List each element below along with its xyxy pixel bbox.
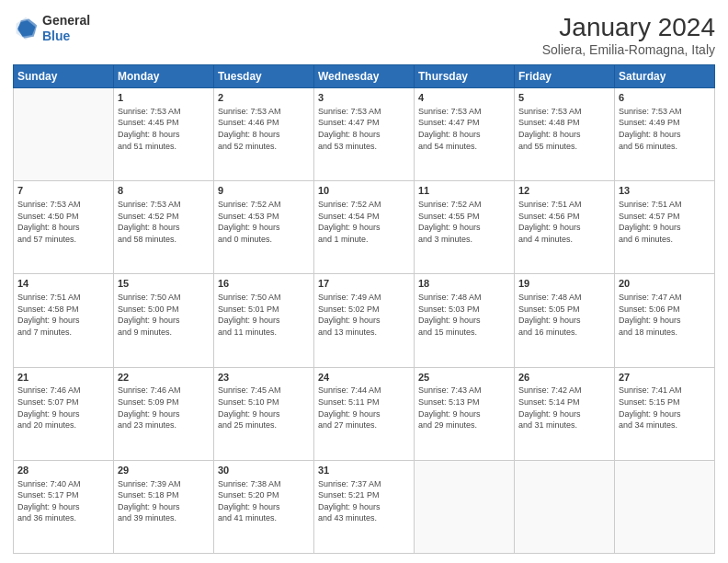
calendar-cell: 2Sunrise: 7:53 AM Sunset: 4:46 PM Daylig… [214,88,314,181]
calendar-cell: 3Sunrise: 7:53 AM Sunset: 4:47 PM Daylig… [314,88,415,181]
day-info: Sunrise: 7:41 AM Sunset: 5:15 PM Dayligh… [619,385,711,431]
calendar-cell: 22Sunrise: 7:46 AM Sunset: 5:09 PM Dayli… [114,367,214,460]
weekday-header: Tuesday [214,65,314,88]
logo-icon [13,16,39,41]
day-info: Sunrise: 7:52 AM Sunset: 4:54 PM Dayligh… [318,199,410,245]
day-info: Sunrise: 7:40 AM Sunset: 5:17 PM Dayligh… [17,478,109,524]
calendar-cell [14,88,114,181]
weekday-header: Wednesday [314,65,415,88]
day-number: 26 [518,371,610,385]
weekday-header: Friday [515,65,615,88]
logo-text: General Blue [42,13,90,44]
day-number: 31 [318,464,410,477]
day-number: 13 [619,184,711,198]
day-info: Sunrise: 7:47 AM Sunset: 5:06 PM Dayligh… [619,292,711,338]
day-number: 14 [17,277,109,291]
calendar-cell: 15Sunrise: 7:50 AM Sunset: 5:00 PM Dayli… [114,274,214,367]
day-number: 22 [118,371,210,385]
calendar-cell: 26Sunrise: 7:42 AM Sunset: 5:14 PM Dayli… [515,367,615,460]
day-info: Sunrise: 7:50 AM Sunset: 5:01 PM Dayligh… [218,292,310,338]
calendar-cell: 30Sunrise: 7:38 AM Sunset: 5:20 PM Dayli… [214,460,314,553]
day-info: Sunrise: 7:51 AM Sunset: 4:58 PM Dayligh… [17,292,109,338]
header: General Blue January 2024 Soliera, Emili… [13,13,715,57]
calendar-cell: 9Sunrise: 7:52 AM Sunset: 4:53 PM Daylig… [214,181,314,274]
day-number: 16 [218,277,310,291]
weekday-header: Sunday [14,65,114,88]
calendar-week-row: 21Sunrise: 7:46 AM Sunset: 5:07 PM Dayli… [14,367,715,460]
day-info: Sunrise: 7:52 AM Sunset: 4:55 PM Dayligh… [418,199,510,245]
logo: General Blue [13,13,90,44]
day-info: Sunrise: 7:53 AM Sunset: 4:50 PM Dayligh… [17,199,109,245]
calendar-cell: 14Sunrise: 7:51 AM Sunset: 4:58 PM Dayli… [14,274,114,367]
calendar-cell: 6Sunrise: 7:53 AM Sunset: 4:49 PM Daylig… [615,88,715,181]
logo-line1: General [42,13,90,29]
calendar-week-row: 14Sunrise: 7:51 AM Sunset: 4:58 PM Dayli… [14,274,715,367]
calendar-cell: 19Sunrise: 7:48 AM Sunset: 5:05 PM Dayli… [515,274,615,367]
day-number: 27 [619,371,711,385]
day-number: 18 [418,277,510,291]
calendar-cell: 7Sunrise: 7:53 AM Sunset: 4:50 PM Daylig… [14,181,114,274]
calendar-cell: 16Sunrise: 7:50 AM Sunset: 5:01 PM Dayli… [214,274,314,367]
calendar-title: January 2024 [542,13,715,42]
day-number: 1 [118,91,210,105]
calendar-cell: 28Sunrise: 7:40 AM Sunset: 5:17 PM Dayli… [14,460,114,553]
day-number: 7 [17,184,109,198]
day-number: 15 [118,277,210,291]
calendar-subtitle: Soliera, Emilia-Romagna, Italy [542,42,715,57]
logo-line2: Blue [42,29,90,44]
calendar-cell: 10Sunrise: 7:52 AM Sunset: 4:54 PM Dayli… [314,181,415,274]
day-info: Sunrise: 7:38 AM Sunset: 5:20 PM Dayligh… [218,478,310,524]
day-number: 10 [318,184,410,198]
calendar-cell: 21Sunrise: 7:46 AM Sunset: 5:07 PM Dayli… [14,367,114,460]
calendar-cell [615,460,715,553]
weekday-header: Monday [114,65,214,88]
day-info: Sunrise: 7:53 AM Sunset: 4:47 PM Dayligh… [318,106,410,152]
day-number: 17 [318,277,410,291]
day-info: Sunrise: 7:51 AM Sunset: 4:57 PM Dayligh… [619,199,711,245]
day-number: 20 [619,277,711,291]
calendar-week-row: 1Sunrise: 7:53 AM Sunset: 4:45 PM Daylig… [14,88,715,181]
day-info: Sunrise: 7:51 AM Sunset: 4:56 PM Dayligh… [518,199,610,245]
day-info: Sunrise: 7:39 AM Sunset: 5:18 PM Dayligh… [118,478,210,524]
day-info: Sunrise: 7:53 AM Sunset: 4:47 PM Dayligh… [418,106,510,152]
day-number: 6 [619,91,711,105]
page: General Blue January 2024 Soliera, Emili… [0,0,728,563]
day-info: Sunrise: 7:37 AM Sunset: 5:21 PM Dayligh… [318,478,410,524]
day-number: 21 [17,371,109,385]
day-info: Sunrise: 7:46 AM Sunset: 5:07 PM Dayligh… [17,385,109,431]
calendar-cell: 17Sunrise: 7:49 AM Sunset: 5:02 PM Dayli… [314,274,415,367]
day-info: Sunrise: 7:53 AM Sunset: 4:46 PM Dayligh… [218,106,310,152]
day-info: Sunrise: 7:44 AM Sunset: 5:11 PM Dayligh… [318,385,410,431]
calendar-cell: 23Sunrise: 7:45 AM Sunset: 5:10 PM Dayli… [214,367,314,460]
day-number: 9 [218,184,310,198]
calendar-cell: 4Sunrise: 7:53 AM Sunset: 4:47 PM Daylig… [415,88,515,181]
calendar-cell: 11Sunrise: 7:52 AM Sunset: 4:55 PM Dayli… [415,181,515,274]
day-info: Sunrise: 7:52 AM Sunset: 4:53 PM Dayligh… [218,199,310,245]
calendar-table: SundayMondayTuesdayWednesdayThursdayFrid… [13,64,715,554]
day-info: Sunrise: 7:50 AM Sunset: 5:00 PM Dayligh… [118,292,210,338]
calendar-cell: 25Sunrise: 7:43 AM Sunset: 5:13 PM Dayli… [415,367,515,460]
day-number: 29 [118,464,210,477]
calendar-cell [415,460,515,553]
calendar-cell: 1Sunrise: 7:53 AM Sunset: 4:45 PM Daylig… [114,88,214,181]
day-number: 23 [218,371,310,385]
calendar-cell: 27Sunrise: 7:41 AM Sunset: 5:15 PM Dayli… [615,367,715,460]
day-number: 25 [418,371,510,385]
day-number: 12 [518,184,610,198]
day-info: Sunrise: 7:49 AM Sunset: 5:02 PM Dayligh… [318,292,410,338]
day-info: Sunrise: 7:46 AM Sunset: 5:09 PM Dayligh… [118,385,210,431]
day-info: Sunrise: 7:43 AM Sunset: 5:13 PM Dayligh… [418,385,510,431]
day-number: 28 [17,464,109,477]
day-number: 8 [118,184,210,198]
calendar-cell: 5Sunrise: 7:53 AM Sunset: 4:48 PM Daylig… [515,88,615,181]
calendar-cell: 20Sunrise: 7:47 AM Sunset: 5:06 PM Dayli… [615,274,715,367]
calendar-cell [515,460,615,553]
day-info: Sunrise: 7:53 AM Sunset: 4:48 PM Dayligh… [518,106,610,152]
calendar-week-row: 28Sunrise: 7:40 AM Sunset: 5:17 PM Dayli… [14,460,715,553]
calendar-cell: 13Sunrise: 7:51 AM Sunset: 4:57 PM Dayli… [615,181,715,274]
calendar-cell: 18Sunrise: 7:48 AM Sunset: 5:03 PM Dayli… [415,274,515,367]
calendar-cell: 31Sunrise: 7:37 AM Sunset: 5:21 PM Dayli… [314,460,415,553]
calendar-cell: 24Sunrise: 7:44 AM Sunset: 5:11 PM Dayli… [314,367,415,460]
day-info: Sunrise: 7:45 AM Sunset: 5:10 PM Dayligh… [218,385,310,431]
weekday-header: Saturday [615,65,715,88]
